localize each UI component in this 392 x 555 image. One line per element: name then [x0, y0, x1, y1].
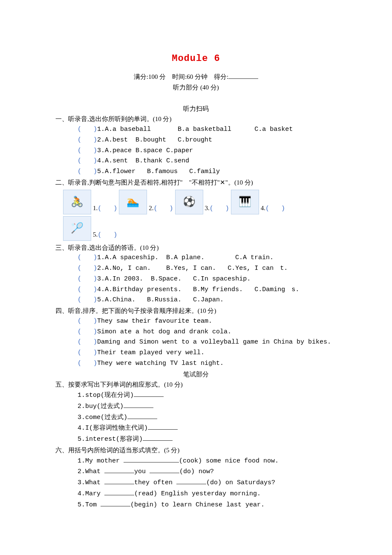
q6-blank-5[interactable]	[101, 500, 130, 506]
swim-icon: 🏊	[119, 190, 147, 214]
q6-blank-4[interactable]	[104, 489, 134, 495]
q2-heading: 二、听录音,判断句意与图片是否相符,相符打" "不相符打"✕"。(10 分)	[55, 177, 337, 188]
q3-item-5: ()5.A.China. B.Russia. C.Japan.	[55, 295, 337, 306]
q5-item-4: 4.I(形容词性物主代词)	[55, 423, 337, 434]
badminton-icon: 🏸	[63, 216, 91, 241]
football-icon: ⚽	[175, 190, 203, 214]
q2-image-row: 🚴1.() 🏊2.() ⚽3.() 🎹4.()	[55, 190, 337, 214]
q6-blank-3a[interactable]	[104, 477, 134, 484]
q5-item-5: 5.interest(形容词)	[55, 434, 337, 445]
q1-item-1: ()1.A.a baseball B.a basketball C.a bask…	[55, 124, 337, 135]
q3-item-4: ()4.A.Birthday presents. B.My friends. C…	[55, 285, 337, 295]
q4-heading: 四、听音,排序。把下面的句子按录音顺序排起来。(10 分)	[55, 306, 337, 316]
q6-item-1: 1.My mother (cook) some nice food now.	[55, 456, 337, 467]
written-part-title: 笔试部分	[55, 369, 337, 380]
scan-title: 听力扫码	[55, 104, 337, 114]
module-title: Module 6	[55, 51, 337, 66]
q6-blank-3b[interactable]	[176, 477, 206, 484]
bicycle-icon: 🚴	[63, 190, 91, 214]
q1-heading: 一、听录音,选出你所听到的单词。(10 分)	[55, 114, 337, 124]
score-blank[interactable]	[228, 72, 258, 79]
q4-item-1: ()They saw their favourite team.	[55, 316, 337, 327]
q6-blank-2b[interactable]	[150, 466, 179, 473]
q6-blank-2a[interactable]	[104, 466, 134, 473]
q6-blank-1[interactable]	[124, 456, 179, 462]
piano-icon: 🎹	[231, 190, 259, 214]
q1-item-2: ()2.A.best B.bought C.brought	[55, 135, 337, 146]
q6-item-3: 3.What they often (do) on Saturdays?	[55, 477, 337, 489]
q5-blank-4[interactable]	[148, 423, 178, 430]
q4-item-2: ()Simon ate a hot dog and drank cola.	[55, 327, 337, 338]
q1-item-5: ()5.A.flower B.famous C.family	[55, 167, 337, 177]
q5-blank-2[interactable]	[124, 401, 153, 408]
q3-item-2: ()2.A.No, I can. B.Yes, I can. C.Yes, I …	[55, 263, 337, 274]
q6-item-2: 2.What you (do) now?	[55, 466, 337, 477]
q5-item-3: 3.come(过去式)	[55, 412, 337, 423]
q4-item-5: ()They were watching TV last night.	[55, 358, 337, 369]
q4-item-3: ()Daming and Simon went to a volleyball …	[55, 337, 337, 348]
q5-blank-3[interactable]	[127, 412, 157, 419]
q5-item-1: 1.stop(现在分词)	[55, 390, 337, 401]
q1-item-3: ()3.A.peace B.space C.paper	[55, 146, 337, 156]
q3-heading: 三、听录音,选出合适的答语。(10 分)	[55, 243, 337, 253]
q4-item-4: ()Their team played very well.	[55, 348, 337, 358]
q5-blank-1[interactable]	[134, 390, 164, 397]
q5-heading: 五、按要求写出下列单词的相应形式。(10 分)	[55, 379, 337, 390]
q6-item-4: 4.Mary (read) English yesterday morning.	[55, 489, 337, 500]
listening-part-title: 听力部分 (40 分)	[55, 82, 337, 93]
q1-item-4: ()4.A.sent B.thank C.send	[55, 156, 337, 167]
exam-meta: 满分:100 分 时间:60 分钟 得分:	[55, 72, 337, 82]
q3-item-3: ()3.A.In 2003. B.Space. C.In spaceship.	[55, 274, 337, 285]
q2-image-row-2: 🏸5.()	[55, 216, 337, 241]
q6-item-5: 5.Tom (begin) to learn Chinese last year…	[55, 500, 337, 511]
q5-blank-5[interactable]	[143, 434, 173, 441]
q6-heading: 六、用括号内所给词的适当形式填空。(5 分)	[55, 445, 337, 456]
q3-item-1: ()1.A.A spaceship. B.A plane. C.A train.	[55, 253, 337, 263]
q5-item-2: 2.buy(过去式)	[55, 401, 337, 412]
